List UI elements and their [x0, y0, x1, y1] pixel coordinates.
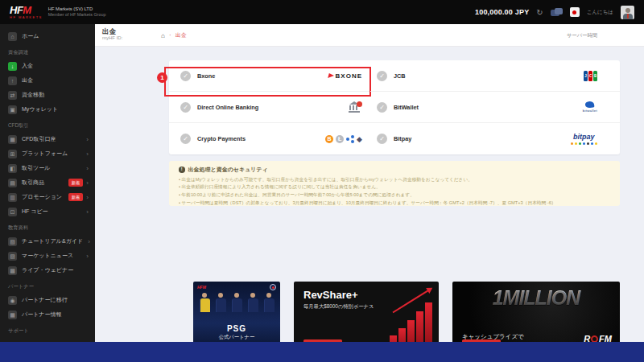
sidebar-icon-trading-tools: ◧ — [8, 164, 17, 173]
user-avatar[interactable] — [621, 6, 634, 19]
sidebar-item-label: Myウォレット — [22, 105, 58, 113]
payment-method-label: Crypto Payments — [197, 135, 246, 142]
info-bullet: 午前10:00より前に申請された出金は、同営業日のサーバー時間午前7:00から午… — [179, 191, 610, 200]
chevron-right-icon: › — [88, 238, 90, 245]
psg-banner-title: PSG — [193, 324, 280, 334]
sidebar-item-my-wallet[interactable]: ▣ Myウォレット — [0, 102, 95, 117]
hfm-logo[interactable]: HFM HF MARKETS HF Markets (SV) LTD Membe… — [10, 5, 105, 19]
sidebar-section-label: 資金調達 — [0, 43, 95, 59]
payment-method-bxone[interactable]: ✓ Bxone BXONE 1 — [169, 60, 370, 92]
revshare-banner-subtitle: 毎月最大$8000の特別ボーナス — [303, 303, 374, 311]
sidebar-item-label: 取引ツール — [22, 164, 50, 172]
sidebar-item-cfd-accounts[interactable]: ▦ CFD取引口座 › — [0, 132, 95, 146]
hfm-logo-text: HFM — [10, 5, 43, 15]
chevron-right-icon: › — [86, 208, 89, 216]
one-million-banner-title: 1MILLION — [452, 286, 620, 310]
home-icon[interactable]: ⌂ — [161, 32, 165, 39]
sidebar-item-tutorials[interactable]: ▧ チュートリアル&ガイド › — [0, 234, 95, 249]
sidebar-item-label: 出金 — [22, 76, 33, 84]
sidebar-icon-platforms: ⊞ — [8, 150, 17, 158]
sidebar-item-label: プロモーション — [22, 193, 62, 201]
breadcrumb-separator: ・ — [167, 31, 173, 39]
sidebar-item-label: パートナー情報 — [22, 311, 62, 319]
sidebar-item-webinars[interactable]: ▩ ライブ・ウェビナー — [0, 263, 95, 278]
crypto-icons: B Ł ◆ — [325, 135, 362, 143]
sidebar-item-label: ホーム — [22, 32, 39, 40]
chevron-right-icon: › — [86, 179, 89, 187]
sidebar-item-deposit[interactable]: ↓ 入金 — [0, 59, 95, 73]
sidebar-icon-become-partner: ◉ — [8, 296, 17, 305]
sidebar-item-products[interactable]: ▤ 取引商品 新着 › — [0, 175, 95, 190]
sidebar-item-hf-copy[interactable]: ⊡ HF コピー › — [0, 204, 95, 219]
sidebar-item-market-news[interactable]: ▨ マーケットニュース › — [0, 249, 95, 263]
myhf-portal-screen: HFM HF MARKETS HF Markets (SV) LTD Membe… — [0, 0, 644, 362]
check-icon: ✓ — [180, 134, 191, 144]
hfm-banner-logo: HFM — [197, 285, 206, 290]
chevron-right-icon: › — [86, 136, 89, 143]
sidebar-item-partner-info[interactable]: ▦ パートナー情報 — [0, 307, 95, 322]
bottom-blue-bar — [0, 342, 644, 362]
revshare-banner[interactable]: RevShare+ 毎月最大$8000の特別ボーナス — [294, 282, 439, 351]
payment-method-label: BitWallet — [394, 104, 419, 111]
sidebar-item-label: 取引商品 — [22, 179, 44, 187]
hfm-logo-tagline: HF MARKETS — [10, 16, 43, 19]
server-time-label: サーバー時間 — [567, 32, 597, 39]
bxone-arrow-icon — [328, 73, 335, 78]
sidebar-icon-deposit: ↓ — [8, 62, 17, 71]
refresh-icon[interactable]: ↻ — [536, 8, 543, 17]
psg-banner-subtitle: 公式パートナー — [193, 334, 280, 340]
sidebar-item-label: マーケットニュース — [22, 252, 73, 260]
sidebar-item-transfer[interactable]: ⇄ 資金移動 — [0, 88, 95, 102]
company-name: HF Markets (SV) LTD — [48, 6, 106, 12]
payment-method-direct-online-banking[interactable]: ✓ Direct Online Banking — [169, 92, 370, 123]
sidebar-icon-promotions: ▥ — [8, 193, 17, 202]
chat-icon[interactable] — [551, 8, 563, 17]
sidebar-item-label: 入金 — [22, 62, 33, 70]
chevron-right-icon: › — [86, 194, 89, 201]
payment-method-crypto-payments[interactable]: ✓ Crypto Payments B Ł ◆ — [169, 123, 370, 154]
sidebar-item-home[interactable]: ⌂ ホーム — [0, 29, 95, 43]
payment-method-bitpay[interactable]: ✓ Bitpay bitpay — [370, 123, 620, 154]
step-1-annotation: 1 — [157, 72, 167, 83]
payment-method-label: Direct Online Banking — [197, 104, 258, 111]
sidebar-item-label: CFD取引口座 — [22, 135, 56, 143]
sidebar-item-become-partner[interactable]: ◉ パートナーに移行 — [0, 293, 95, 307]
sidebar-icon-market-news: ▨ — [8, 252, 17, 261]
one-million-banner[interactable]: 1MILLION キャッシュプライズで R FM — [452, 282, 620, 351]
withdrawal-methods-card: ✓ Bxone BXONE 1 ✓ Direct Online Banking — [169, 60, 620, 154]
sidebar-icon-webinars: ▩ — [8, 266, 17, 275]
sidebar-item-withdraw[interactable]: ↑ 出金 — [0, 73, 95, 88]
promo-banners: HFM PSG 公式パートナー RevShare+ 毎月最大$8000の特別 — [193, 282, 620, 351]
sidebar-item-trading-tools[interactable]: ◧ 取引ツール › — [0, 161, 95, 175]
psg-partner-banner[interactable]: HFM PSG 公式パートナー — [193, 282, 280, 351]
sidebar-item-label: HF コピー — [22, 208, 48, 216]
sidebar-item-platforms[interactable]: ⊞ プラットフォーム › — [0, 146, 95, 161]
sidebar-item-label: ライブ・ウェビナー — [22, 266, 73, 274]
page-title: 出金 — [102, 27, 122, 35]
japan-flag-icon[interactable] — [570, 7, 580, 17]
sidebar-section-label: CFD取引 — [0, 117, 95, 132]
top-header: HFM HF MARKETS HF Markets (SV) LTD Membe… — [0, 0, 644, 24]
company-subtitle: Member of HF Markets Group — [48, 12, 106, 18]
bxone-logo: BXONE — [328, 72, 362, 80]
sidebar-icon-cfd-accounts: ▦ — [8, 135, 17, 144]
info-box-title: 出金処理と資金のセキュリティ — [188, 166, 268, 174]
greeting-text: こんにちは — [587, 9, 613, 16]
sidebar-icon-home: ⌂ — [8, 32, 17, 41]
security-info-box: ! 出金処理と資金のセキュリティ 出金はMyウォレットからのみ可能です。取引口座… — [169, 161, 620, 206]
psg-players-image — [193, 293, 280, 312]
payment-method-label: JCB — [394, 72, 406, 80]
breadcrumb-current[interactable]: 出金 — [175, 31, 187, 39]
info-bullet: 出金はMyウォレットからのみ可能です。取引口座から資金を引き出すには、取引口座か… — [179, 176, 610, 184]
payment-method-bitwallet[interactable]: ✓ BitWallet bitwallet — [370, 92, 620, 123]
account-balance: 100,000.00 JPY — [475, 8, 529, 16]
sidebar-item-label: パートナーに移行 — [22, 296, 68, 304]
sidebar-section-label: 教育資料 — [0, 219, 95, 234]
psg-crest-icon — [270, 284, 276, 290]
payment-method-label: Bxone — [197, 72, 215, 80]
sidebar-item-promotions[interactable]: ▥ プロモーション 新着 › — [0, 190, 95, 204]
sidebar-section-label: サポート — [0, 322, 95, 337]
payment-method-label: Bitpay — [394, 135, 411, 142]
check-icon: ✓ — [377, 102, 387, 113]
payment-method-jcb[interactable]: ✓ JCB JCB — [370, 60, 620, 92]
